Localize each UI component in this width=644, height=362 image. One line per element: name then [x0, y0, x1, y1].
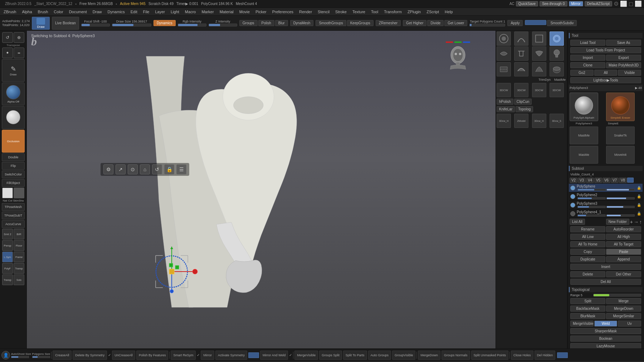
mirror-button[interactable]: Mirror	[569, 1, 583, 6]
draw-mode-button[interactable]: Draw	[32, 17, 50, 30]
menu-color[interactable]: Color	[52, 9, 64, 15]
uncrease-all-btn[interactable]: UnCreaseAll	[112, 351, 135, 360]
orientation-cube[interactable]	[442, 41, 474, 81]
menu-help[interactable]: Help	[443, 9, 454, 15]
default-script-button[interactable]: DefaultZScript	[585, 1, 612, 6]
paste-btn[interactable]: Paste	[606, 249, 641, 255]
delete-by-symmetry-btn[interactable]: Delete By Symmetry	[73, 351, 107, 360]
focal-shift-slider[interactable]	[81, 24, 110, 26]
viewport[interactable]: Switching to Subtool 4: PolySphere3 b ⚙ …	[27, 31, 496, 348]
menu-brush[interactable]: Brush	[36, 9, 50, 15]
uv-btn[interactable]: Uv	[618, 321, 641, 327]
3dcw-cell-2[interactable]: 3DCW	[514, 83, 528, 97]
folder-add-icon[interactable]: +	[630, 219, 633, 225]
brush-cell-8[interactable]	[550, 46, 564, 61]
lightbox-tools-btn[interactable]: Lightbox▶Tools	[570, 77, 641, 83]
delete-btn[interactable]: Delete	[570, 271, 605, 277]
frame-btn[interactable]: Frame	[14, 252, 24, 262]
menu-render[interactable]: Render	[298, 9, 313, 15]
mirror-and-weld-btn[interactable]: Mirror And Weld	[260, 351, 288, 360]
menu-dynamics[interactable]: Dynamics	[106, 9, 126, 15]
v3-btn[interactable]: V3	[578, 178, 586, 183]
all-to-target-btn[interactable]: All To Target	[606, 241, 641, 247]
dynamesh-button[interactable]: DynaMesh	[290, 20, 314, 26]
material-sphere-btn[interactable]	[2, 106, 25, 129]
subtool-polysphere2[interactable]: PolySphere2 🔒	[569, 192, 643, 201]
simple-eraser-preview[interactable]: SimpleE Eraser	[606, 93, 635, 121]
tpose-mesh-btn[interactable]: TPoseMesh	[2, 203, 25, 211]
v8-btn[interactable]: V8	[619, 178, 627, 183]
move-transform-btn[interactable]: ⊕	[14, 32, 24, 43]
target-poly-slider[interactable]	[469, 24, 505, 26]
menu-zbrush[interactable]: ZBrush	[2, 9, 18, 15]
dot-brush1[interactable]: •	[2, 48, 13, 58]
folder-up-icon[interactable]: ↑	[639, 219, 642, 225]
polysphere-slider1[interactable]	[577, 189, 606, 191]
draw-btn[interactable]: ✎ Draw	[2, 59, 25, 82]
floor-btn[interactable]: Floor	[14, 240, 24, 251]
menu-draw[interactable]: Draw	[91, 9, 103, 15]
merge-visible-btn[interactable]: MergeVisible	[570, 321, 594, 327]
v5-btn[interactable]: V5	[594, 178, 602, 183]
apply-button[interactable]: Apply	[507, 20, 523, 26]
solo-btn[interactable]: Solo	[14, 274, 24, 285]
clay-cell[interactable]	[514, 62, 528, 76]
menu-macro[interactable]: Macro	[184, 9, 197, 15]
menu-light[interactable]: Light	[169, 9, 181, 15]
blur-mask-btn[interactable]: BlurMask	[570, 313, 605, 319]
activate-symmetry-btn[interactable]: Activate Symmetry	[215, 351, 247, 360]
copy-btn[interactable]: Copy	[570, 249, 605, 255]
fill-object-btn[interactable]: FillObject	[2, 179, 25, 187]
hpolish-btn[interactable]: hPolish	[497, 99, 513, 105]
menu-marker[interactable]: Marker	[200, 9, 215, 15]
subtool-polysphere4[interactable]: PolySphere4_1 🔒	[569, 209, 643, 218]
merge-visible-bot-btn[interactable]: MergeVisible	[294, 351, 318, 360]
polish-button[interactable]: Polish	[258, 20, 274, 26]
duplicate-btn[interactable]: Duplicate	[570, 256, 605, 262]
brush-cell-1[interactable]	[497, 31, 511, 46]
polysphere3-slider2[interactable]	[606, 206, 635, 208]
knifelar-btn[interactable]: KnifeLar	[497, 106, 515, 112]
keep-groups-button[interactable]: KeepGroups	[347, 20, 374, 26]
occlusion-btn[interactable]: Occlusion	[2, 130, 25, 153]
polysphere2-slider2[interactable]	[606, 197, 635, 199]
polysphere-visibility[interactable]	[570, 185, 575, 190]
all-low-btn[interactable]: All Low	[570, 234, 605, 240]
groups-normals-btn[interactable]: Groups Normals	[441, 351, 470, 360]
mirror-btn[interactable]: Mirror	[201, 351, 214, 360]
crease-all-btn[interactable]: CreaseAll	[53, 351, 72, 360]
dot-brush2[interactable]: ••	[14, 48, 24, 58]
quicksave-button[interactable]: QuickSave	[516, 1, 538, 6]
transp-btn[interactable]: Transp	[14, 263, 24, 274]
clone-btn[interactable]: Clone	[570, 62, 605, 68]
blur-button[interactable]: Blur	[275, 20, 288, 26]
lock-icon-btn[interactable]: 🔒	[164, 164, 174, 174]
polysphere-slider2[interactable]	[606, 189, 635, 191]
switch-color-btn[interactable]: SwitchColor	[2, 170, 25, 178]
lazy-mouse-btn[interactable]: LazyMouse	[570, 343, 641, 348]
3dcw-cell-4[interactable]: 3DCW	[550, 83, 564, 97]
z-slider[interactable]	[209, 24, 237, 26]
polysph-alpha-preview[interactable]: PolySph AlphaH	[570, 93, 598, 121]
list-all-btn[interactable]: List All	[570, 219, 585, 225]
gear-icon-btn[interactable]: ⚙	[103, 164, 113, 174]
polysphere3-slider1[interactable]	[577, 206, 606, 208]
menu-stencil[interactable]: Stencil	[316, 9, 331, 15]
go2-btn[interactable]: Go2	[570, 70, 594, 76]
menu-alpha[interactable]: Alpha	[20, 9, 33, 15]
rotate-transform-btn[interactable]: ↺	[2, 32, 13, 43]
sharpen-mask-btn[interactable]: SharpenMask	[570, 328, 641, 334]
3dcw-cell-1[interactable]: 3DCW	[497, 83, 511, 97]
3dcw-s-cell[interactable]: 3Dcw_S	[550, 114, 564, 128]
groups-button[interactable]: Groups	[239, 20, 258, 26]
merge-btn[interactable]: Merge	[606, 298, 641, 304]
smooth-subdivide-button[interactable]: SmoothSubdiv	[547, 20, 577, 26]
boolean-btn[interactable]: Boolean	[570, 336, 641, 342]
append-btn[interactable]: Append	[606, 256, 641, 262]
smt-btn[interactable]: Smt 2	[2, 229, 13, 239]
get-lower-button[interactable]: Get Lower	[444, 20, 467, 26]
mastme-preview[interactable]: MastMe	[570, 127, 598, 144]
menu-transform[interactable]: Transform	[382, 9, 403, 15]
del-all-btn[interactable]: Del All	[570, 279, 641, 285]
menu-preferences[interactable]: Preferences	[271, 9, 295, 15]
